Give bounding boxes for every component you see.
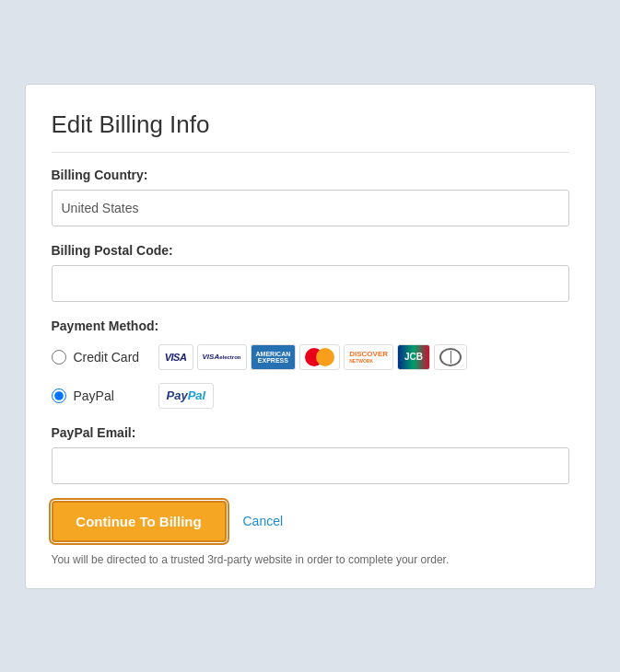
- diners-icon: [434, 344, 467, 370]
- page-title: Edit Billing Info: [52, 110, 569, 153]
- payment-method-section: Payment Method: Credit Card VISA VISAele…: [52, 319, 569, 409]
- form-actions: Continue To Billing Cancel: [52, 501, 569, 542]
- billing-postal-label: Billing Postal Code:: [52, 243, 569, 258]
- mastercard-icon: [299, 344, 340, 370]
- continue-to-billing-button[interactable]: Continue To Billing: [52, 501, 227, 542]
- visa-electron-icon: VISAelectron: [197, 344, 247, 370]
- paypal-badge-icon: PayPal: [158, 383, 215, 409]
- paypal-radio[interactable]: [52, 388, 66, 403]
- paypal-email-label: PayPal Email:: [52, 425, 569, 440]
- credit-card-label: Credit Card: [74, 350, 147, 365]
- discover-icon: DISCOVERNETWORK: [344, 344, 393, 370]
- paypal-email-input[interactable]: [52, 447, 569, 484]
- amex-icon: AMERICANEXPRESS: [251, 344, 297, 370]
- credit-card-radio[interactable]: [52, 350, 66, 365]
- visa-icon: VISA: [158, 344, 193, 370]
- payment-method-label: Payment Method:: [52, 319, 569, 333]
- credit-card-option: Credit Card VISA VISAelectron AMERICANEX…: [52, 344, 569, 370]
- billing-country-label: Billing Country:: [52, 168, 569, 182]
- billing-postal-input[interactable]: [52, 265, 569, 302]
- billing-country-group: Billing Country:: [52, 168, 569, 226]
- paypal-email-group: PayPal Email:: [52, 425, 569, 484]
- billing-postal-group: Billing Postal Code:: [52, 243, 569, 302]
- notice-text: You will be directed to a trusted 3rd-pa…: [52, 553, 569, 566]
- cancel-button[interactable]: Cancel: [243, 514, 284, 528]
- paypal-label: PayPal: [74, 388, 147, 403]
- credit-card-icons: VISA VISAelectron AMERICANEXPRESS: [158, 344, 468, 370]
- jcb-icon: JCB: [397, 344, 430, 370]
- paypal-option: PayPal PayPal: [52, 383, 569, 409]
- billing-form-card: Edit Billing Info Billing Country: Billi…: [25, 84, 596, 589]
- billing-country-input[interactable]: [52, 190, 569, 226]
